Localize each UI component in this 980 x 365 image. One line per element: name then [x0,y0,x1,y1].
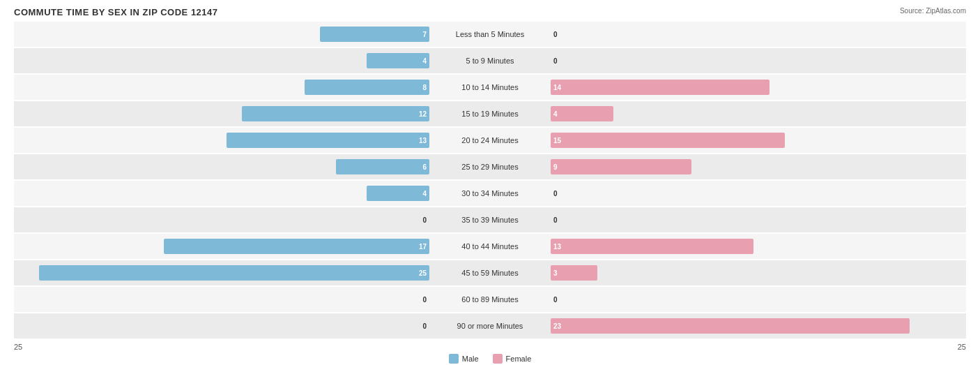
table-row: 17 40 to 44 Minutes 13 [14,234,966,259]
chart-container: COMMUTE TIME BY SEX IN ZIP CODE 12147 So… [0,0,980,365]
table-row: 8 10 to 14 Minutes 14 [14,75,966,100]
left-section: 8 [14,75,432,100]
left-bar-wrapper: 6 [14,154,429,179]
left-bar-wrapper: 17 [14,234,429,259]
female-value: 15 [553,137,561,144]
row-label: 90 or more Minutes [432,322,548,330]
row-label: 15 to 19 Minutes [432,110,548,118]
source-text: Source: ZipAtlas.com [900,7,966,15]
male-value: 0 [422,216,427,224]
male-bar: 25 [39,265,429,281]
left-bar-wrapper: 12 [14,101,429,126]
right-section: 14 [548,75,966,100]
table-row: 0 60 to 89 Minutes 0 [14,287,966,312]
right-bar-wrapper: 0 [551,48,966,73]
left-section: 7 [14,22,432,47]
right-section: 0 [548,207,966,232]
female-value: 14 [553,84,561,91]
left-bar-wrapper: 25 [14,260,429,285]
right-bar-wrapper: 13 [551,234,966,259]
male-legend-box [449,354,459,364]
row-label: 60 to 89 Minutes [432,295,548,304]
row-label: 35 to 39 Minutes [432,216,548,224]
male-bar: 12 [242,106,429,121]
right-bar-wrapper: 0 [551,22,966,47]
male-bar: 17 [164,239,429,254]
male-value: 17 [419,243,427,251]
left-bar-wrapper: 13 [14,128,429,153]
table-row: 7 Less than 5 Minutes 0 [14,22,966,47]
female-bar: 9 [551,159,691,174]
female-value: 0 [553,57,558,65]
right-bar-wrapper: 3 [551,260,966,285]
right-bar-wrapper: 14 [551,75,966,100]
male-value: 0 [422,322,427,330]
legend-male: Male [449,354,479,364]
male-bar: 8 [305,80,429,95]
left-bar-wrapper: 7 [14,22,429,47]
main-layout: 7 Less than 5 Minutes 0 4 5 [14,22,966,364]
male-value: 6 [422,163,427,171]
table-row: 6 25 to 29 Minutes 9 [14,154,966,179]
left-bar-wrapper: 4 [14,181,429,206]
right-section: 3 [548,260,966,285]
female-value: 13 [553,243,561,251]
female-bar: 14 [551,80,770,95]
scale-label-left: 25 [14,343,22,351]
female-value: 9 [553,163,558,171]
row-label: 5 to 9 Minutes [432,57,548,65]
male-value: 4 [422,57,427,65]
row-label: 25 to 29 Minutes [432,163,548,171]
female-bar: 3 [551,265,597,281]
axis-row: 25 25 [14,340,966,351]
male-value: 7 [422,31,427,38]
female-value: 0 [553,31,558,38]
table-row: 13 20 to 24 Minutes 15 [14,128,966,153]
legend-female: Female [493,354,532,364]
female-value: 3 [553,269,558,277]
table-row: 4 5 to 9 Minutes 0 [14,48,966,73]
row-label: Less than 5 Minutes [432,30,548,38]
left-section: 13 [14,128,432,153]
chart-title: COMMUTE TIME BY SEX IN ZIP CODE 12147 [14,7,966,17]
left-section: 0 [14,313,432,338]
left-section: 0 [14,287,432,312]
female-value: 4 [553,110,558,118]
table-row: 12 15 to 19 Minutes 4 [14,101,966,126]
legend: Male Female [14,354,966,364]
left-section: 12 [14,101,432,126]
right-section: 0 [548,181,966,206]
row-label: 10 to 14 Minutes [432,83,548,91]
male-bar: 7 [320,27,429,42]
right-bar-wrapper: 0 [551,287,966,312]
left-section: 4 [14,181,432,206]
right-section: 0 [548,48,966,73]
table-row: 0 90 or more Minutes 23 [14,313,966,338]
right-section: 9 [548,154,966,179]
male-value: 12 [419,110,427,118]
female-bar: 15 [551,133,785,148]
male-bar: 13 [227,133,429,148]
right-bar-wrapper: 4 [551,101,966,126]
male-value: 0 [422,296,427,304]
male-value: 4 [422,190,427,198]
left-section: 25 [14,260,432,285]
female-value: 0 [553,190,558,198]
female-bar: 4 [551,106,613,121]
right-section: 0 [548,287,966,312]
table-row: 25 45 to 59 Minutes 3 [14,260,966,285]
left-bar-wrapper: 0 [14,207,429,232]
right-section: 15 [548,128,966,153]
row-label: 20 to 24 Minutes [432,136,548,144]
male-bar: 4 [367,53,429,68]
row-label: 45 to 59 Minutes [432,269,548,277]
right-bar-wrapper: 0 [551,181,966,206]
right-section: 13 [548,234,966,259]
female-value: 0 [553,216,558,224]
female-legend-label: Female [506,355,532,363]
right-bar-wrapper: 15 [551,128,966,153]
female-value: 23 [553,322,561,330]
female-value: 0 [553,296,558,304]
scale-label-right: 25 [958,343,966,351]
male-bar: 6 [336,159,429,174]
